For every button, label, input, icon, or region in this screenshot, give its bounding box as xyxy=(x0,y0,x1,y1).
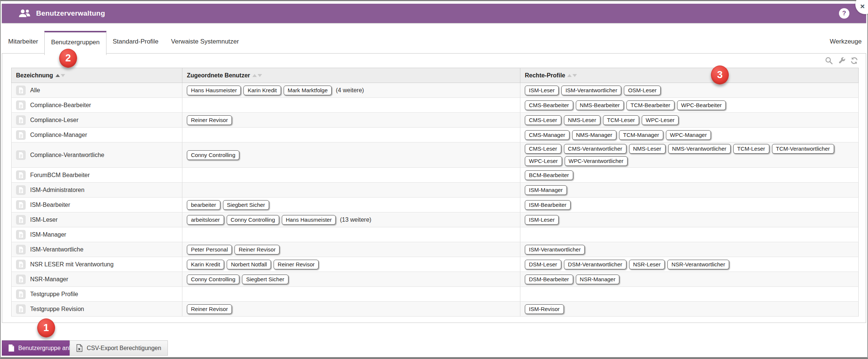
user-chip[interactable]: Hans Hausmeister xyxy=(187,86,241,95)
profile-chip[interactable]: TCM-Leser xyxy=(733,144,769,154)
user-chip[interactable]: Siegbert Sicher xyxy=(223,200,269,210)
user-chip[interactable]: Karin Kredit xyxy=(187,260,224,269)
rights-profiles-cell: CMS-BearbeiterNMS-BearbeiterTCM-Bearbeit… xyxy=(520,98,859,113)
user-chip[interactable]: Reiner Revisor xyxy=(234,245,280,254)
table-row[interactable]: ISM-BearbeiterbearbeiterSiegbert SicherI… xyxy=(12,198,859,212)
table-row[interactable]: NSR LESER mit VerantwortungKarin KreditN… xyxy=(12,257,859,272)
group-document-icon xyxy=(16,289,26,299)
user-chip[interactable]: Norbert Notfall xyxy=(227,260,271,269)
table-row[interactable]: Testgruppe RevisionReiner RevisorISM-Rev… xyxy=(12,302,859,317)
table-row[interactable]: AlleHans HausmeisterKarin KreditMark Mar… xyxy=(12,83,859,98)
user-chip[interactable]: Reiner Revisor xyxy=(274,260,319,269)
column-header-rechte-profile[interactable]: Rechte-Profile xyxy=(520,68,859,83)
table-row[interactable]: ISM-Manager xyxy=(12,227,859,242)
group-document-icon xyxy=(16,115,26,125)
table-row[interactable]: Compliance-LeserReiner RevisorCMS-LeserN… xyxy=(12,113,859,128)
profile-chip[interactable]: DSM-Verantwortlicher xyxy=(564,260,626,269)
user-chip[interactable]: arbeitsloser xyxy=(187,215,224,225)
user-chip[interactable]: Hans Hausmeister xyxy=(282,215,336,225)
user-chip[interactable]: Conny Controlling xyxy=(187,150,239,160)
rights-profiles-cell: BCM-Bearbeiter xyxy=(520,168,859,183)
profile-chip[interactable]: BCM-Bearbeiter xyxy=(525,170,573,180)
profile-chip[interactable]: TCM-Leser xyxy=(603,115,639,125)
page-title: Benutzerverwaltung xyxy=(36,9,105,17)
table-row[interactable]: Compliance-ManagerCMS-ManagerNMS-Manager… xyxy=(12,128,859,142)
csv-export-button[interactable]: CSV-Export Berechtigungen xyxy=(70,340,168,356)
search-icon[interactable] xyxy=(825,57,833,65)
profile-chip[interactable]: DSM-Leser xyxy=(525,260,561,269)
user-chip[interactable]: Peter Personal xyxy=(187,245,232,254)
profile-chip[interactable]: DSM-Bearbeiter xyxy=(525,275,573,284)
profile-chip[interactable]: WPC-Verantwortlicher xyxy=(565,156,628,166)
profile-chip[interactable]: CMS-Manager xyxy=(525,130,569,140)
sort-arrows-icon xyxy=(55,74,65,77)
rights-profiles-cell: CMS-LeserCMS-VerantwortlicherNMS-LeserNM… xyxy=(520,142,859,168)
profile-chip[interactable]: ISM-Leser xyxy=(525,86,559,95)
table-row[interactable]: Compliance-VerantwortlicheConny Controll… xyxy=(12,142,859,168)
profile-chip[interactable]: ISM-Bearbeiter xyxy=(525,200,571,210)
profile-chip[interactable]: NMS-Manager xyxy=(572,130,617,140)
rights-profiles-cell: CMS-ManagerNMS-ManagerTCM-ManagerWPC-Man… xyxy=(520,128,859,142)
table-row[interactable]: ISM-LeserarbeitsloserConny ControllingHa… xyxy=(12,212,859,227)
profile-chip[interactable]: NSR-Manager xyxy=(576,275,620,284)
profile-chip[interactable]: WPC-Leser xyxy=(525,156,562,166)
user-chip[interactable]: Mark Marktfolge xyxy=(284,86,332,95)
profile-chip[interactable]: WPC-Manager xyxy=(666,130,711,140)
refresh-icon[interactable] xyxy=(850,57,858,65)
table-row[interactable]: ISM-AdministratorenISM-Manager xyxy=(12,183,859,198)
user-chip[interactable]: bearbeiter xyxy=(187,200,220,210)
profile-chip[interactable]: ISM-Revisor xyxy=(525,304,564,314)
profile-chip[interactable]: CMS-Leser xyxy=(525,115,561,125)
profile-chip[interactable]: ISM-Manager xyxy=(525,185,567,195)
user-chip[interactable]: Reiner Revisor xyxy=(187,115,232,125)
group-name-label: Testgruppe Profile xyxy=(30,291,78,298)
group-name-label: ISM-Administratoren xyxy=(30,187,84,193)
profile-chip[interactable]: CMS-Leser xyxy=(525,144,561,154)
column-header-bezeichnung[interactable]: Bezeichnung xyxy=(12,68,182,83)
group-document-icon xyxy=(16,100,26,110)
profile-chip[interactable]: ISM-Leser xyxy=(525,215,559,225)
user-chip[interactable]: Conny Controlling xyxy=(227,215,279,225)
profile-chip[interactable]: WPC-Bearbeiter xyxy=(677,100,726,110)
profile-chip[interactable]: NMS-Leser xyxy=(564,115,600,125)
user-chip[interactable]: Siegbert Sicher xyxy=(242,275,288,284)
tab-benutzergruppen[interactable]: Benutzergruppen xyxy=(44,31,106,55)
profile-chip[interactable]: CMS-Bearbeiter xyxy=(525,100,573,110)
profile-chip[interactable]: NMS-Verantwortlicher xyxy=(668,144,731,154)
table-row[interactable]: NSR-ManagerConny ControllingSiegbert Sic… xyxy=(12,272,859,287)
group-document-icon xyxy=(16,150,26,160)
user-chip[interactable]: Karin Kredit xyxy=(243,86,281,95)
profile-chip[interactable]: TCM-Manager xyxy=(619,130,663,140)
new-document-icon xyxy=(9,344,14,352)
table-row[interactable]: ISM-VerantwortlichePeter PersonalReiner … xyxy=(12,242,859,257)
tab-standard-profile[interactable]: Standard-Profile xyxy=(106,31,165,53)
group-name-label: Compliance-Verantwortliche xyxy=(30,152,104,158)
profile-chip[interactable]: TCM-Bearbeiter xyxy=(626,100,674,110)
rights-profiles-cell: DSM-LeserDSM-VerantwortlicherNSR-LeserNS… xyxy=(520,257,859,272)
profile-chip[interactable]: OSM-Leser xyxy=(624,86,661,95)
group-document-icon xyxy=(16,245,26,254)
group-document-icon xyxy=(16,185,26,195)
profile-chip[interactable]: NMS-Leser xyxy=(629,144,666,154)
table-row[interactable]: Compliance-BearbeiterCMS-BearbeiterNMS-B… xyxy=(12,98,859,113)
table-row[interactable]: ForumBCM BearbeiterBCM-Bearbeiter xyxy=(12,168,859,183)
wrench-icon[interactable] xyxy=(837,57,846,65)
profile-chip[interactable]: NMS-Bearbeiter xyxy=(576,100,624,110)
profile-chip[interactable]: NSR-Leser xyxy=(629,260,665,269)
tools-menu[interactable]: Werkzeuge xyxy=(830,31,862,52)
profile-chip[interactable]: TCM-Verantwortlicher xyxy=(772,144,834,154)
user-chip[interactable]: Reiner Revisor xyxy=(187,304,232,314)
column-label: Rechte-Profile xyxy=(525,72,565,78)
user-chip[interactable]: Conny Controlling xyxy=(187,275,239,284)
sort-arrows-icon xyxy=(567,74,577,77)
tab-mitarbeiter[interactable]: Mitarbeiter xyxy=(2,31,44,53)
tab-verwaiste-systemnutzer[interactable]: Verwaiste Systemnutzer xyxy=(165,31,245,53)
profile-chip[interactable]: CMS-Verantwortlicher xyxy=(564,144,626,154)
profile-chip[interactable]: ISM-Verantwortlicher xyxy=(525,245,585,254)
table-row[interactable]: Testgruppe Profile xyxy=(12,287,859,302)
help-button[interactable]: ? xyxy=(839,8,849,19)
profile-chip[interactable]: NSR-Verantwortlicher xyxy=(667,260,729,269)
profile-chip[interactable]: ISM-Verantwortlicher xyxy=(561,86,621,95)
profile-chip[interactable]: WPC-Leser xyxy=(642,115,679,125)
column-header-zugeordnete-benutzer[interactable]: Zugeordnete Benutzer xyxy=(182,68,520,83)
